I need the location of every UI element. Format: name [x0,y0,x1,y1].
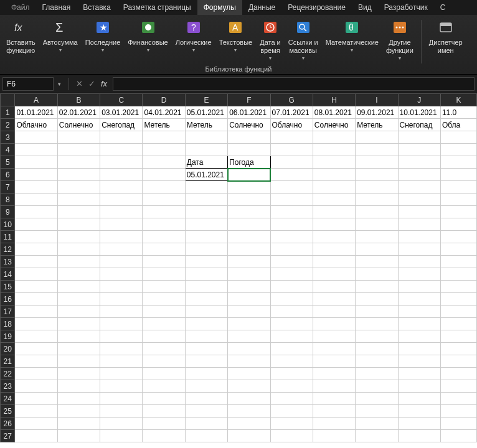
cell-H7[interactable] [313,181,355,194]
row-header-7[interactable]: 7 [1,181,15,194]
cell-H23[interactable] [313,380,355,393]
cell-G20[interactable] [270,343,313,355]
ribbon-math[interactable]: θ Математические ▾ [322,17,382,72]
cell-F19[interactable] [228,330,270,343]
cell-B26[interactable] [57,418,100,430]
cell-H9[interactable] [313,206,355,218]
cell-D21[interactable] [143,355,185,368]
cell-K19[interactable] [440,330,476,343]
cell-G12[interactable] [270,243,313,256]
column-header-I[interactable]: I [356,94,398,106]
cell-E5[interactable]: Дата [185,156,227,169]
cell-F14[interactable] [228,268,270,281]
cell-I19[interactable] [356,330,398,343]
cell-I9[interactable] [356,206,398,218]
cell-F6[interactable] [228,169,270,181]
cell-G19[interactable] [270,330,313,343]
cell-K9[interactable] [440,206,476,218]
row-header-14[interactable]: 14 [1,268,15,281]
cell-J13[interactable] [398,256,440,268]
cell-H2[interactable]: Солнечно [313,119,355,131]
cell-F17[interactable] [228,306,270,318]
cell-A22[interactable] [15,368,57,380]
cell-A21[interactable] [15,355,57,368]
cell-K21[interactable] [440,355,476,368]
cell-C1[interactable]: 03.01.2021 [100,106,143,119]
cell-I13[interactable] [356,256,398,268]
row-header-5[interactable]: 5 [1,156,15,169]
cell-E21[interactable] [185,355,227,368]
cell-I4[interactable] [356,144,398,156]
cell-A6[interactable] [15,169,57,181]
cell-J12[interactable] [398,243,440,256]
row-header-9[interactable]: 9 [1,206,15,218]
cell-C14[interactable] [100,268,143,281]
menu-developer[interactable]: Разработчик [378,0,434,15]
row-header-24[interactable]: 24 [1,393,15,405]
row-header-22[interactable]: 22 [1,368,15,380]
cell-I16[interactable] [356,293,398,306]
cell-J26[interactable] [398,418,440,430]
cell-D11[interactable] [143,231,185,243]
cell-D16[interactable] [143,293,185,306]
cell-A27[interactable] [15,430,57,442]
menu-formulas[interactable]: Формулы [197,0,242,15]
cell-C25[interactable] [100,405,143,418]
cell-D17[interactable] [143,306,185,318]
column-header-A[interactable]: A [15,94,57,106]
cell-H20[interactable] [313,343,355,355]
cell-B5[interactable] [57,156,100,169]
cell-K1[interactable]: 11.0 [440,106,476,119]
formula-input[interactable] [113,77,475,91]
cell-B8[interactable] [57,194,100,206]
cell-J11[interactable] [398,231,440,243]
cell-B27[interactable] [57,430,100,442]
cell-A10[interactable] [15,218,57,231]
cell-C23[interactable] [100,380,143,393]
row-header-10[interactable]: 10 [1,218,15,231]
cell-C26[interactable] [100,418,143,430]
cell-K5[interactable] [440,156,476,169]
cell-D24[interactable] [143,393,185,405]
cell-A14[interactable] [15,268,57,281]
cell-H16[interactable] [313,293,355,306]
cell-J25[interactable] [398,405,440,418]
cell-F27[interactable] [228,430,270,442]
cell-D10[interactable] [143,218,185,231]
accept-icon[interactable]: ✓ [85,79,98,88]
cell-K4[interactable] [440,144,476,156]
cell-I18[interactable] [356,318,398,330]
cell-C12[interactable] [100,243,143,256]
cell-C11[interactable] [100,231,143,243]
cell-G17[interactable] [270,306,313,318]
cell-C9[interactable] [100,206,143,218]
cell-K24[interactable] [440,393,476,405]
cell-B7[interactable] [57,181,100,194]
cell-C27[interactable] [100,430,143,442]
cell-A1[interactable]: 01.01.2021 [15,106,57,119]
cell-D1[interactable]: 04.01.2021 [143,106,185,119]
cell-D2[interactable]: Метель [143,119,185,131]
cell-F22[interactable] [228,368,270,380]
cell-F3[interactable] [228,131,270,144]
row-header-16[interactable]: 16 [1,293,15,306]
cell-I25[interactable] [356,405,398,418]
cell-A4[interactable] [15,144,57,156]
cell-G9[interactable] [270,206,313,218]
cell-F21[interactable] [228,355,270,368]
cell-D12[interactable] [143,243,185,256]
spreadsheet-grid[interactable]: ABCDEFGHIJK101.01.202102.01.202103.01.20… [0,93,477,448]
cell-C2[interactable]: Снегопад [100,119,143,131]
row-header-4[interactable]: 4 [1,144,15,156]
cell-F15[interactable] [228,281,270,293]
column-header-D[interactable]: D [143,94,185,106]
row-header-13[interactable]: 13 [1,256,15,268]
cell-K10[interactable] [440,218,476,231]
cell-A15[interactable] [15,281,57,293]
cell-A19[interactable] [15,330,57,343]
cell-A2[interactable]: Облачно [15,119,57,131]
cell-E4[interactable] [185,144,227,156]
cell-K20[interactable] [440,343,476,355]
column-header-K[interactable]: K [440,94,476,106]
cell-G23[interactable] [270,380,313,393]
